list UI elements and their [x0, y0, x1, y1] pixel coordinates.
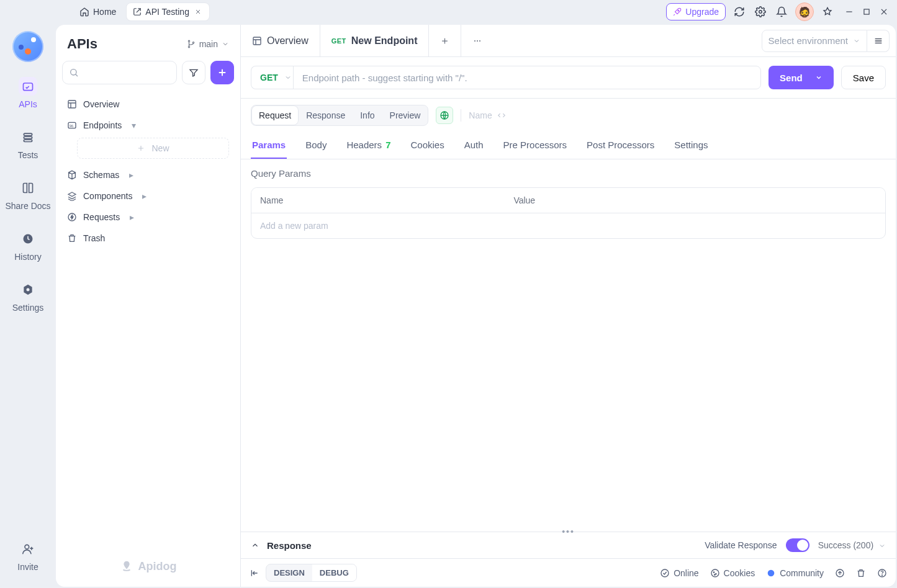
seg-request[interactable]: Request [251, 105, 299, 125]
sidebar-search[interactable] [62, 61, 177, 84]
filter-button[interactable] [182, 61, 205, 84]
window-maximize-button[interactable] [862, 7, 871, 16]
collapse-panel-button[interactable] [250, 568, 259, 578]
footer-trash-button[interactable] [856, 568, 866, 578]
query-params-title: Query Params [241, 159, 896, 187]
tree-schemas[interactable]: Schemas ▸ [61, 165, 235, 185]
method-badge: GET [331, 37, 346, 45]
environment-select[interactable]: Select environment [762, 30, 867, 52]
window-close-button[interactable] [880, 7, 888, 16]
tab-overview[interactable]: Overview [241, 25, 320, 56]
cookies-label: Cookies [724, 568, 755, 578]
subtab-pre-processors[interactable]: Pre Processors [502, 132, 569, 159]
add-param-value[interactable] [505, 213, 885, 238]
seg-info[interactable]: Info [353, 105, 382, 125]
seg-preview[interactable]: Preview [382, 105, 428, 125]
pin-button[interactable] [820, 4, 835, 19]
trash-icon [67, 233, 77, 243]
validate-response-label: Validate Response [705, 540, 777, 550]
tree-components[interactable]: Components ▸ [61, 186, 235, 206]
footer-cookies[interactable]: Cookies [710, 568, 755, 578]
tree-new-endpoint[interactable]: New [77, 138, 229, 159]
url-placeholder: Endpoint path - suggest starting with "/… [302, 73, 467, 83]
environment-menu-button[interactable] [867, 30, 890, 52]
subtab-settings[interactable]: Settings [673, 132, 709, 159]
settings-gear-button[interactable] [753, 4, 768, 19]
nav-tests[interactable]: Tests [0, 124, 56, 164]
footer-help-button[interactable] [877, 568, 887, 578]
close-tab-button[interactable] [193, 7, 203, 17]
add-button[interactable] [210, 61, 234, 84]
filter-icon [189, 68, 199, 78]
layers-icon [67, 191, 77, 201]
sidebar-title: APIs [67, 36, 97, 52]
globe-icon [439, 110, 449, 120]
chevron-down-icon [222, 40, 229, 48]
svg-point-19 [474, 40, 476, 41]
chevron-down-icon [853, 37, 860, 45]
tab-more-button[interactable] [461, 25, 494, 56]
chevron-down-icon [815, 74, 823, 81]
nav-apis[interactable]: APIs [0, 73, 56, 113]
nav-invite[interactable]: Invite [0, 536, 56, 576]
subtab-params[interactable]: Params [251, 132, 287, 159]
tree-trash[interactable]: Trash [61, 228, 235, 248]
upgrade-button[interactable]: Upgrade [666, 3, 726, 20]
subtab-body[interactable]: Body [304, 132, 328, 159]
svg-point-28 [768, 569, 775, 576]
mode-design[interactable]: DESIGN [266, 564, 312, 581]
col-value: Value [505, 188, 885, 213]
footer-community[interactable]: Community [766, 568, 824, 578]
branch-selector[interactable]: main [187, 39, 229, 49]
public-toggle[interactable] [436, 107, 453, 124]
tree-endpoints-label: Endpoints [83, 120, 122, 130]
project-tab[interactable]: API Testing [126, 2, 210, 21]
plus-icon [137, 144, 145, 153]
nav-settings[interactable]: Settings [0, 277, 56, 316]
url-input[interactable]: Endpoint path - suggest starting with "/… [293, 66, 761, 89]
validate-response-toggle[interactable] [786, 538, 809, 552]
apis-icon [19, 77, 37, 96]
app-logo[interactable] [12, 31, 43, 62]
svg-point-13 [71, 69, 76, 75]
tree-requests[interactable]: Requests ▸ [61, 207, 235, 227]
subtab-cookies[interactable]: Cookies [409, 132, 445, 159]
tree-overview[interactable]: Overview [61, 94, 235, 114]
tab-new-endpoint-label: New Endpoint [351, 35, 418, 47]
notifications-button[interactable] [774, 4, 789, 19]
add-param-input[interactable]: Add a new param [251, 213, 505, 238]
home-tab[interactable]: Home [73, 2, 122, 21]
send-button[interactable]: Send [769, 66, 834, 89]
branch-name: main [199, 39, 218, 49]
nav-history[interactable]: History [0, 226, 56, 265]
subtab-headers[interactable]: Headers 7 [345, 132, 392, 159]
footer-upload-button[interactable] [835, 568, 845, 578]
add-param-placeholder: Add a new param [260, 221, 328, 231]
seg-response[interactable]: Response [299, 105, 353, 125]
mode-debug[interactable]: DEBUG [312, 564, 356, 581]
response-status-select[interactable]: Success (200) [818, 540, 886, 550]
status-online[interactable]: Online [660, 568, 698, 578]
nav-share-docs[interactable]: Share Docs [0, 175, 56, 215]
endpoint-name-input[interactable]: Name [469, 110, 505, 120]
expand-response-button[interactable] [251, 541, 259, 550]
save-button[interactable]: Save [841, 66, 886, 89]
add-tab-button[interactable] [429, 25, 461, 56]
user-avatar[interactable]: 🧔 [795, 2, 814, 21]
svg-rect-2 [864, 9, 869, 14]
drag-handle[interactable]: ••• [562, 527, 575, 537]
window-minimize-button[interactable] [845, 7, 854, 16]
subtab-auth[interactable]: Auth [463, 132, 485, 159]
refresh-button[interactable] [732, 4, 747, 19]
tab-new-endpoint[interactable]: GET New Endpoint [320, 25, 430, 56]
plus-icon [440, 36, 449, 46]
cube-icon [67, 170, 77, 180]
menu-icon [873, 36, 883, 46]
plus-icon [217, 67, 228, 78]
tests-icon [19, 128, 37, 146]
external-link-icon [133, 7, 142, 16]
request-subtabs: Params Body Headers 7 Cookies Auth Pre P… [241, 132, 896, 159]
svg-rect-18 [253, 37, 261, 45]
tree-endpoints[interactable]: 96 Endpoints ▾ [61, 115, 235, 135]
subtab-post-processors[interactable]: Post Processors [585, 132, 656, 159]
